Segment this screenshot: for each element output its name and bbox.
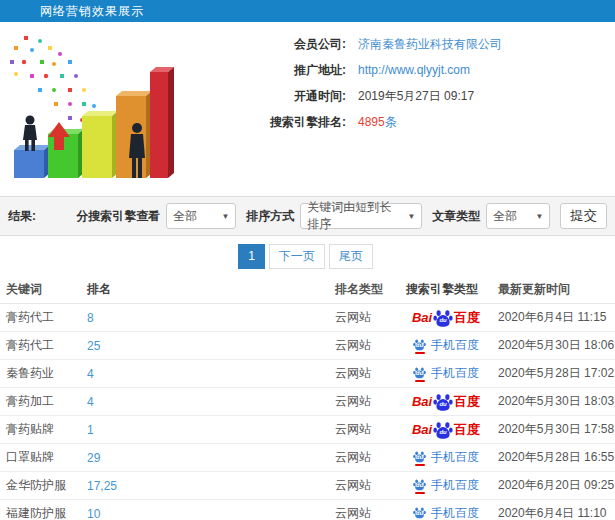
rank-type-cell: 云网站: [335, 505, 402, 520]
rank-link[interactable]: 10: [85, 507, 335, 520]
article-type-select[interactable]: 全部 ▼: [486, 203, 550, 229]
baidu-paw-icon: du: [433, 392, 453, 412]
rank-unit: 条: [385, 115, 397, 129]
baidu-paw-icon: du: [413, 450, 426, 463]
engine-type-cell: Baidu百度: [402, 308, 490, 328]
rank-link[interactable]: 8: [85, 311, 335, 325]
updated-time-cell: 2020年5月30日 17:58: [490, 421, 615, 438]
engine-type-cell: du手机百度: [402, 365, 490, 382]
mobile-baidu-badge: du手机百度: [413, 337, 479, 354]
rank-type-cell: 云网站: [335, 421, 402, 438]
mobile-baidu-icon: du: [413, 450, 426, 466]
table-header-row: 关键词 排名 排名类型 搜索引擎类型 最新更新时间: [0, 276, 615, 304]
keyword-ranking-table: 关键词 排名 排名类型 搜索引擎类型 最新更新时间 膏药代工8云网站Baidu百…: [0, 276, 615, 520]
rank-type-cell: 云网站: [335, 365, 402, 382]
baidu-logo: Baidu百度: [412, 392, 480, 412]
page-title: 网络营销效果展示: [40, 4, 144, 18]
result-label: 结果:: [8, 208, 36, 225]
col-header-rank: 排名: [85, 281, 335, 298]
promo-url-row: 推广地址: http://www.qlyyjt.com: [174, 62, 615, 78]
page-1-button[interactable]: 1: [238, 244, 265, 269]
engine-type-cell: du手机百度: [402, 505, 490, 520]
filter-controls: 分搜索引擎查看 全部 ▼ 排序方式 关键词由短到长排序 ▼ 文章类型 全部 ▼ …: [72, 203, 607, 229]
table-row: 膏药代工25云网站du手机百度2020年5月30日 18:06: [0, 332, 615, 360]
col-header-engine-type: 搜索引擎类型: [402, 281, 490, 298]
title-bar: 网络营销效果展示: [0, 0, 615, 22]
rank-link[interactable]: 29: [85, 451, 335, 465]
keyword-cell: 口罩贴牌: [0, 449, 85, 466]
table-row: 口罩贴牌29云网站du手机百度2020年5月28日 16:55: [0, 444, 615, 472]
open-time-label: 开通时间:: [174, 88, 346, 105]
article-type-label: 文章类型: [432, 208, 480, 225]
sort-filter-label: 排序方式: [246, 208, 294, 225]
mobile-baidu-icon: du: [413, 506, 426, 520]
engine-rank-row: 搜索引擎排名: 4895条: [174, 114, 615, 130]
pagination: 1 下一页 尾页: [0, 236, 615, 276]
mobile-baidu-badge: du手机百度: [413, 477, 479, 494]
filter-band: 结果: 分搜索引擎查看 全部 ▼ 排序方式 关键词由短到长排序 ▼ 文章类型 全…: [0, 196, 615, 236]
chevron-down-icon: ▼: [407, 212, 415, 221]
updated-time-cell: 2020年5月28日 17:02: [490, 365, 615, 382]
table-body: 膏药代工8云网站Baidu百度2020年6月4日 11:15膏药代工25云网站d…: [0, 304, 615, 520]
sort-filter-value: 关键词由短到长排序: [307, 199, 399, 233]
rank-link[interactable]: 4: [85, 395, 335, 409]
info-panel: 会员公司: 济南秦鲁药业科技有限公司 推广地址: http://www.qlyy…: [174, 32, 615, 188]
mobile-baidu-icon: du: [413, 366, 426, 382]
mobile-baidu-label: 手机百度: [431, 477, 479, 494]
rank-type-cell: 云网站: [335, 393, 402, 410]
engine-filter-value: 全部: [173, 208, 213, 225]
mobile-baidu-icon: du: [413, 478, 426, 494]
rank-link[interactable]: 1: [85, 423, 335, 437]
open-time-row: 开通时间: 2019年5月27日 09:17: [174, 88, 615, 104]
growth-chart-image: [2, 32, 174, 184]
mobile-baidu-badge: du手机百度: [413, 365, 479, 382]
rank-link[interactable]: 25: [85, 339, 335, 353]
bar-chart-illustration: [2, 32, 174, 184]
rank-count: 4895: [358, 115, 385, 129]
promo-url-link[interactable]: http://www.qlyyjt.com: [358, 63, 470, 77]
last-page-button[interactable]: 尾页: [329, 244, 373, 269]
mobile-baidu-label: 手机百度: [431, 365, 479, 382]
baidu-logo: Baidu百度: [412, 420, 480, 440]
engine-type-cell: du手机百度: [402, 449, 490, 466]
rank-type-cell: 云网站: [335, 309, 402, 326]
baidu-paw-icon: du: [433, 308, 453, 328]
keyword-cell: 金华防护服: [0, 477, 85, 494]
submit-button[interactable]: 提交: [560, 203, 607, 229]
keyword-cell: 膏药代工: [0, 309, 85, 326]
engine-type-cell: du手机百度: [402, 477, 490, 494]
rank-type-cell: 云网站: [335, 477, 402, 494]
baidu-paw-icon: du: [413, 478, 426, 491]
sort-filter-select[interactable]: 关键词由短到长排序 ▼: [300, 203, 422, 229]
updated-time-cell: 2020年5月28日 16:55: [490, 449, 615, 466]
table-row: 膏药贴牌1云网站Baidu百度2020年5月30日 17:58: [0, 416, 615, 444]
member-company-link[interactable]: 济南秦鲁药业科技有限公司: [358, 36, 502, 53]
rank-link[interactable]: 4: [85, 367, 335, 381]
rank-link[interactable]: 17,25: [85, 479, 335, 493]
chevron-down-icon: ▼: [535, 212, 543, 221]
mobile-baidu-badge: du手机百度: [413, 449, 479, 466]
table-row: 金华防护服17,25云网站du手机百度2020年6月20日 09:25: [0, 472, 615, 500]
updated-time-cell: 2020年6月4日 11:15: [490, 309, 615, 326]
next-page-button[interactable]: 下一页: [269, 244, 325, 269]
bars: [14, 67, 174, 178]
member-company-label: 会员公司:: [174, 36, 346, 53]
engine-type-cell: du手机百度: [402, 337, 490, 354]
engine-filter-label: 分搜索引擎查看: [76, 208, 160, 225]
baidu-paw-icon: du: [413, 338, 426, 351]
engine-type-cell: Baidu百度: [402, 392, 490, 412]
keyword-cell: 秦鲁药业: [0, 365, 85, 382]
table-row: 秦鲁药业4云网站du手机百度2020年5月28日 17:02: [0, 360, 615, 388]
keyword-cell: 膏药贴牌: [0, 421, 85, 438]
promo-url-label: 推广地址:: [174, 62, 346, 79]
engine-type-cell: Baidu百度: [402, 420, 490, 440]
table-row: 膏药加工4云网站Baidu百度2020年5月30日 18:03: [0, 388, 615, 416]
baidu-paw-icon: du: [433, 420, 453, 440]
keyword-cell: 膏药代工: [0, 337, 85, 354]
keyword-cell: 膏药加工: [0, 393, 85, 410]
article-type-value: 全部: [493, 208, 527, 225]
engine-filter-select[interactable]: 全部 ▼: [166, 203, 236, 229]
keyword-cell: 福建防护服: [0, 505, 85, 520]
mobile-baidu-icon: du: [413, 338, 426, 354]
open-time-value: 2019年5月27日 09:17: [358, 88, 474, 105]
